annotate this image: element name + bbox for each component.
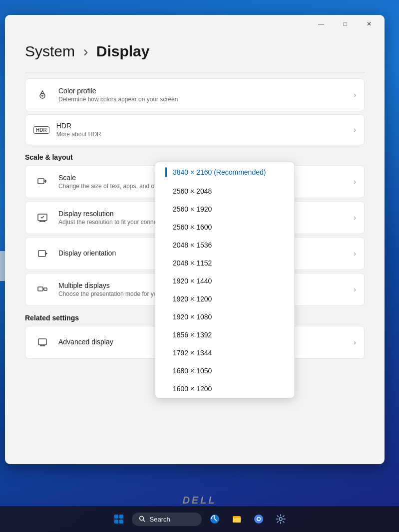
scale-chevron: › — [354, 178, 356, 186]
taskbar-settings-icon[interactable] — [272, 510, 290, 528]
resolution-option[interactable]: 1920 × 1200 — [155, 290, 294, 308]
display-resolution-icon — [33, 209, 51, 227]
multiple-displays-icon — [33, 280, 51, 298]
color-profile-icon — [33, 86, 51, 104]
svg-rect-1 — [38, 179, 44, 184]
taskbar-widgets-icon[interactable] — [206, 510, 224, 528]
display-resolution-chevron: › — [354, 214, 356, 222]
display-orientation-icon — [33, 245, 51, 263]
svg-point-14 — [279, 518, 282, 521]
window-controls: — □ ✕ — [310, 16, 381, 32]
color-profile-chevron: › — [354, 91, 356, 99]
resolution-option[interactable]: 2048 × 1152 — [155, 254, 294, 272]
taskbar-chrome-icon[interactable] — [250, 510, 268, 528]
resolution-option[interactable]: 1680 × 1050 — [155, 362, 294, 380]
resolution-option[interactable]: 2560 × 1920 — [155, 200, 294, 218]
taskbar-search[interactable]: Search — [132, 513, 202, 526]
settings-window: — □ ✕ System › Display Color profile — [5, 15, 385, 464]
hdr-badge: HDR — [33, 126, 49, 134]
resolution-option[interactable]: 2560 × 2048 — [155, 182, 294, 200]
resolution-option[interactable]: 1600 × 1200 — [155, 380, 294, 398]
breadcrumb-parent[interactable]: System — [25, 43, 75, 59]
scale-icon — [33, 173, 51, 191]
top-divider — [25, 72, 365, 72]
taskbar: Search — [0, 506, 399, 532]
scale-layout-label: Scale & layout — [25, 153, 365, 161]
minimize-button[interactable]: — — [310, 16, 333, 32]
breadcrumb-current: Display — [96, 43, 150, 59]
advanced-display-chevron: › — [354, 338, 356, 346]
resolution-option[interactable]: 1920 × 1080 — [155, 308, 294, 326]
color-profile-item[interactable]: Color profile Determine how colors appea… — [25, 78, 365, 111]
resolution-option[interactable]: 1920 × 1440 — [155, 272, 294, 290]
svg-point-13 — [257, 518, 260, 521]
svg-rect-3 — [38, 251, 45, 257]
resolution-option[interactable]: 1856 × 1392 — [155, 326, 294, 344]
resolution-dropdown-list: 3840 × 2160 (Recommended)2560 × 20482560… — [155, 162, 294, 398]
taskbar-search-label: Search — [150, 516, 170, 523]
display-orientation-chevron: › — [354, 250, 356, 258]
page-title: System › Display — [25, 43, 365, 60]
resolution-option[interactable]: 2048 × 1536 — [155, 236, 294, 254]
resolution-dropdown[interactable]: 3840 × 2160 (Recommended)2560 × 20482560… — [155, 162, 295, 398]
taskbar-files-icon[interactable] — [228, 510, 246, 528]
color-profile-text: Color profile Determine how colors appea… — [58, 87, 354, 103]
svg-point-7 — [139, 517, 143, 521]
resolution-option[interactable]: 1792 × 1344 — [155, 344, 294, 362]
hdr-text: HDR More about HDR — [56, 122, 354, 138]
breadcrumb-separator: › — [83, 43, 88, 59]
resolution-option[interactable]: 3840 × 2160 (Recommended) — [155, 162, 294, 182]
hdr-subtitle: More about HDR — [56, 131, 354, 138]
titlebar: — □ ✕ — [5, 15, 385, 33]
color-profile-title: Color profile — [58, 87, 354, 95]
search-icon — [139, 516, 146, 523]
svg-rect-10 — [233, 518, 241, 523]
svg-rect-6 — [38, 339, 46, 345]
close-button[interactable]: ✕ — [358, 16, 381, 32]
svg-rect-5 — [44, 288, 47, 290]
dell-logo: DELL — [182, 495, 216, 506]
start-button[interactable] — [110, 510, 128, 528]
settings-content: System › Display Color profile Determine… — [5, 33, 385, 464]
color-profile-subtitle: Determine how colors appear on your scre… — [58, 96, 354, 103]
resolution-option[interactable]: 2560 × 1600 — [155, 218, 294, 236]
hdr-title: HDR — [56, 122, 354, 130]
maximize-button[interactable]: □ — [334, 16, 357, 32]
hdr-item[interactable]: HDR HDR More about HDR › — [25, 114, 365, 145]
svg-rect-4 — [38, 287, 43, 291]
windows-logo-icon — [114, 515, 123, 524]
advanced-display-icon — [33, 333, 51, 351]
multiple-displays-chevron: › — [354, 285, 356, 293]
hdr-chevron: › — [354, 126, 356, 134]
